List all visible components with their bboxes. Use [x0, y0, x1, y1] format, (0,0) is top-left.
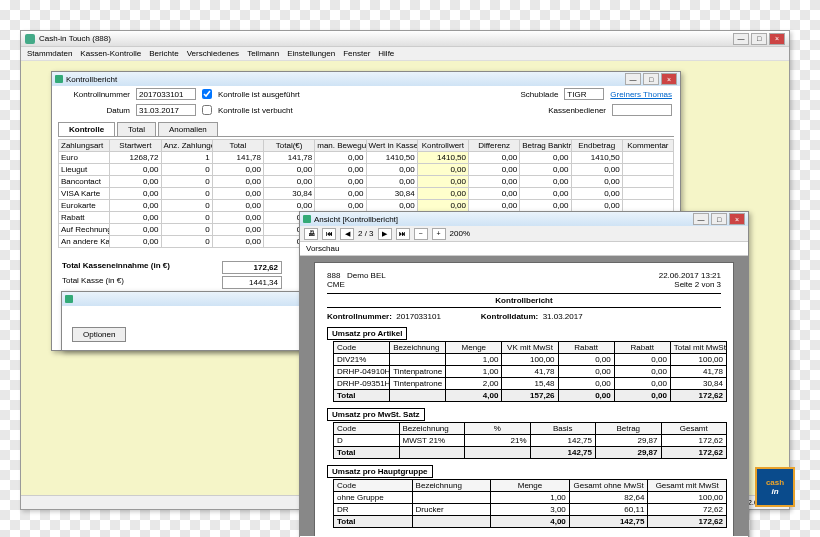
- zoom-level: 200%: [450, 229, 470, 238]
- cashin-logo: cash in: [755, 467, 795, 507]
- kontroll-title: Kontrollbericht: [66, 75, 117, 84]
- kontrollnummer-input[interactable]: [136, 88, 196, 100]
- table-row[interactable]: Bancontact0,0000,000,000,000,000,000,000…: [59, 176, 674, 188]
- table-row[interactable]: Eurokarte0,0000,000,000,000,000,000,000,…: [59, 200, 674, 212]
- table-row[interactable]: VISA Karte0,0000,0030,840,0030,840,000,0…: [59, 188, 674, 200]
- titlebar: Cash-in Touch (888) — □ ×: [21, 31, 789, 47]
- ansicht-close-button[interactable]: ×: [729, 213, 745, 225]
- hdr-datetime: 22.06.2017 13:21: [659, 271, 721, 280]
- window-icon: [303, 215, 311, 223]
- first-page-icon[interactable]: ⏮: [322, 228, 336, 240]
- ansicht-min-button[interactable]: —: [693, 213, 709, 225]
- col-header: Zahlungsart: [59, 140, 110, 152]
- vorschau-label: Vorschau: [306, 244, 339, 253]
- datum-input[interactable]: [136, 104, 196, 116]
- menu-berichte[interactable]: Berichte: [149, 49, 178, 58]
- table-row: DRHP-09351HP-BLTintenpatrone HP N° 21 Bl…: [334, 378, 727, 390]
- logo-l2: in: [771, 487, 778, 496]
- kontroll-titlebar: Kontrollbericht — □ ×: [52, 72, 680, 86]
- table-row: DMWST 21%21%142,7529,87172,62: [334, 435, 727, 447]
- prev-page-icon[interactable]: ◀: [340, 228, 354, 240]
- page-indicator: 2 / 3: [358, 229, 374, 238]
- verbucht-label: Kontrolle ist verbucht: [218, 106, 293, 115]
- schublade-input[interactable]: [564, 88, 604, 100]
- mwst-table: CodeBezeichnung%BasisBetragGesamtDMWST 2…: [333, 422, 727, 459]
- col-header: Startwert: [110, 140, 161, 152]
- table-row: DRHP-04910HP-BLTintenpatrone HP N° 82 Bl…: [334, 366, 727, 378]
- meta-v2: 31.03.2017: [543, 312, 583, 321]
- hdr-name: Demo BEL: [347, 271, 386, 280]
- window-icon: [65, 295, 73, 303]
- table-row: ohne Gruppe1,0082,64100,00: [334, 492, 727, 504]
- bediener-link[interactable]: Greiners Thomas: [610, 90, 672, 99]
- section-mwst-header: Umsatz pro MwSt. Satz: [327, 408, 425, 421]
- kontroll-close-button[interactable]: ×: [661, 73, 677, 85]
- menu-fenster[interactable]: Fenster: [343, 49, 370, 58]
- maximize-button[interactable]: □: [751, 33, 767, 45]
- kontroll-max-button[interactable]: □: [643, 73, 659, 85]
- tab-anomalien[interactable]: Anomalien: [158, 122, 218, 136]
- last-page-icon[interactable]: ⏭: [396, 228, 410, 240]
- ausgefuehrt-checkbox[interactable]: [202, 89, 212, 99]
- meta-k2: Kontrolldatum:: [481, 312, 538, 321]
- zoom-in-icon[interactable]: +: [432, 228, 446, 240]
- kassenbediener-input[interactable]: [612, 104, 672, 116]
- hdr-seite: Seite 2 von 3: [674, 280, 721, 289]
- table-row: DIV21%1,00100,000,000,00100,00: [334, 354, 727, 366]
- tab-total[interactable]: Total: [117, 122, 156, 136]
- next-page-icon[interactable]: ▶: [378, 228, 392, 240]
- print-icon[interactable]: 🖶: [304, 228, 318, 240]
- table-row[interactable]: Lieugut0,0000,000,000,000,000,000,000,00…: [59, 164, 674, 176]
- section-artikel-header: Umsatz pro Artikel: [327, 327, 407, 340]
- col-header: Kontrollwert: [417, 140, 468, 152]
- minimize-button[interactable]: —: [733, 33, 749, 45]
- menu-teilmann[interactable]: Teilmann: [247, 49, 279, 58]
- report-toolbar: 🖶 ⏮ ◀ 2 / 3 ▶ ⏭ − + 200%: [300, 226, 748, 242]
- col-header: Total: [212, 140, 263, 152]
- hdr-num: 888: [327, 271, 340, 280]
- menu-einstellungen[interactable]: Einstellungen: [287, 49, 335, 58]
- col-header: Kommentar: [622, 140, 673, 152]
- meta-v1: 2017033101: [396, 312, 441, 321]
- verbucht-checkbox[interactable]: [202, 105, 212, 115]
- col-header: man. Bewegungen: [315, 140, 366, 152]
- col-header: Endbetrag: [571, 140, 622, 152]
- mdi-area: Kontrollbericht — □ × Kontrollnummer Kon…: [21, 61, 789, 495]
- report-page: 888 Demo BEL 22.06.2017 13:21 CME Seite …: [314, 262, 734, 536]
- menu-kassenkontrolle[interactable]: Kassen-Kontrolle: [80, 49, 141, 58]
- optionen-button-2[interactable]: Optionen: [72, 327, 126, 342]
- close-button[interactable]: ×: [769, 33, 785, 45]
- col-header: Wert in Kasse: [366, 140, 417, 152]
- hdr-code: CME: [327, 280, 345, 289]
- main-window: Cash-in Touch (888) — □ × Stammdaten Kas…: [20, 30, 790, 510]
- ansicht-titlebar: Ansicht [Kontrollbericht] — □ ×: [300, 212, 748, 226]
- col-header: Anz. Zahlungen: [161, 140, 212, 152]
- meta-k1: Kontrollnummer:: [327, 312, 392, 321]
- section-hauptgruppe-header: Umsatz pro Hauptgruppe: [327, 465, 433, 478]
- total-row: Total4,00142,75172,62: [334, 516, 727, 528]
- menu-hilfe[interactable]: Hilfe: [378, 49, 394, 58]
- kontroll-tabs: Kontrolle Total Anomalien: [58, 122, 674, 137]
- total-row: Total Kasse (in €)1441,34: [62, 275, 282, 290]
- col-header: Total(€): [264, 140, 315, 152]
- ausgefuehrt-label: Kontrolle ist ausgeführt: [218, 90, 300, 99]
- tab-kontrolle[interactable]: Kontrolle: [58, 122, 115, 136]
- artikel-table: CodeBezeichnungMengeVK mit MwStRabattRab…: [333, 341, 727, 402]
- logo-l1: cash: [766, 478, 784, 487]
- zoom-out-icon[interactable]: −: [414, 228, 428, 240]
- schublade-label: Schublade: [521, 90, 559, 99]
- ansicht-title: Ansicht [Kontrollbericht]: [314, 215, 398, 224]
- col-header: Betrag Banktransfer: [520, 140, 571, 152]
- table-row[interactable]: Euro1268,721141,78141,780,001410,501410,…: [59, 152, 674, 164]
- menu-stammdaten[interactable]: Stammdaten: [27, 49, 72, 58]
- total-row: Total142,7529,87172,62: [334, 447, 727, 459]
- kontroll-min-button[interactable]: —: [625, 73, 641, 85]
- datum-label: Datum: [60, 106, 130, 115]
- ansicht-max-button[interactable]: □: [711, 213, 727, 225]
- menubar: Stammdaten Kassen-Kontrolle Berichte Ver…: [21, 47, 789, 61]
- menu-verschiedenes[interactable]: Verschiedenes: [187, 49, 239, 58]
- ansicht-window: Ansicht [Kontrollbericht] — □ × 🖶 ⏮ ◀ 2 …: [299, 211, 749, 537]
- report-title: Kontrollbericht: [327, 293, 721, 308]
- app-title: Cash-in Touch (888): [39, 34, 111, 43]
- hauptgruppe-table: CodeBezeichnungMengeGesamt ohne MwStGesa…: [333, 479, 727, 528]
